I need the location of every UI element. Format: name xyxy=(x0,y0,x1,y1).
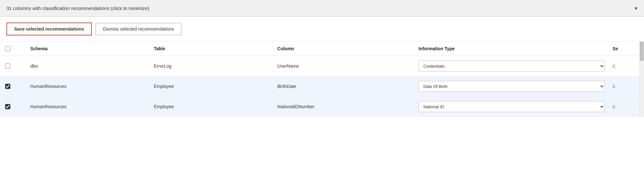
table-column-header: Table xyxy=(150,42,274,56)
info-type-cell[interactable]: CredentialsDate Of BirthNational IDFinan… xyxy=(415,56,609,76)
info-type-cell[interactable]: CredentialsDate Of BirthNational IDFinan… xyxy=(415,97,609,117)
scrollbar-thumb[interactable] xyxy=(640,42,644,61)
column-cell: UserName xyxy=(273,56,414,76)
column-cell: NationalIDNumber xyxy=(273,97,414,117)
info-type-column-header: Information Type xyxy=(415,42,609,56)
row-checkbox-cell[interactable] xyxy=(0,76,26,97)
row-checkbox-1[interactable] xyxy=(5,84,10,89)
row-checkbox-2[interactable] xyxy=(5,104,10,109)
schema-cell: HumanResources xyxy=(26,76,150,97)
row-checkbox-cell[interactable] xyxy=(0,97,26,117)
row-checkbox-cell[interactable] xyxy=(0,56,26,76)
info-type-select-2[interactable]: CredentialsDate Of BirthNational IDFinan… xyxy=(419,101,605,112)
minimize-chevron-icon[interactable]: ▾ xyxy=(635,5,638,12)
table-row: HumanResourcesEmployeeNationalIDNumberCr… xyxy=(0,97,644,117)
table-cell: Employee xyxy=(150,76,274,97)
save-selected-button[interactable]: Save selected recommendations xyxy=(6,23,92,35)
table-header-row: Schema Table Column Information Type Se xyxy=(0,42,644,56)
select-all-header[interactable] xyxy=(0,42,26,56)
table-row: dboErrorLogUserNameCredentialsDate Of Bi… xyxy=(0,56,644,76)
se-cell: C xyxy=(609,56,644,76)
schema-cell: HumanResources xyxy=(26,97,150,117)
row-checkbox-0[interactable] xyxy=(5,63,10,69)
select-all-checkbox[interactable] xyxy=(5,46,10,51)
column-column-header: Column xyxy=(273,42,414,56)
scrollbar-track[interactable] xyxy=(639,42,644,117)
se-column-header: Se xyxy=(609,42,644,56)
column-cell: BirthDate xyxy=(273,76,414,97)
se-cell: C xyxy=(609,76,644,97)
dismiss-selected-button[interactable]: Dismiss selected recommendations xyxy=(96,23,181,35)
info-type-select-1[interactable]: CredentialsDate Of BirthNational IDFinan… xyxy=(419,81,605,92)
header-title: 31 columns with classification recommend… xyxy=(6,5,149,11)
info-type-cell[interactable]: CredentialsDate Of BirthNational IDFinan… xyxy=(415,76,609,97)
schema-cell: dbo xyxy=(26,56,150,76)
table-row: HumanResourcesEmployeeBirthDateCredentia… xyxy=(0,76,644,97)
header-bar: 31 columns with classification recommend… xyxy=(0,0,644,17)
se-cell: C xyxy=(609,97,644,117)
recommendations-table: Schema Table Column Information Type Se … xyxy=(0,42,644,117)
toolbar: Save selected recommendations Dismiss se… xyxy=(0,17,644,42)
recommendations-table-container: Schema Table Column Information Type Se … xyxy=(0,42,644,117)
table-cell: ErrorLog xyxy=(150,56,274,76)
schema-column-header: Schema xyxy=(26,42,150,56)
info-type-select-0[interactable]: CredentialsDate Of BirthNational IDFinan… xyxy=(419,61,605,72)
table-cell: Employee xyxy=(150,97,274,117)
